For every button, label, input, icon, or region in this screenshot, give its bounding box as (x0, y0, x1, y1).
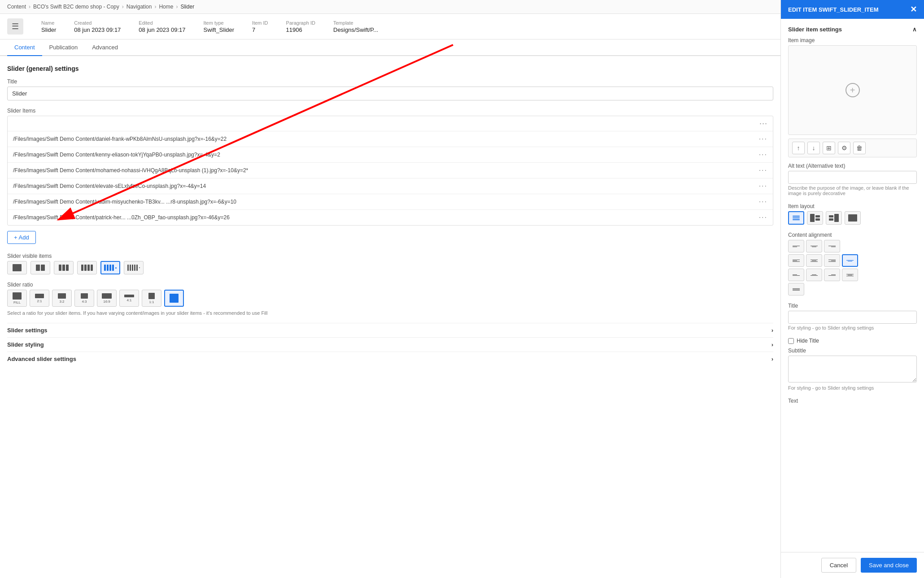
align-bottom-extra[interactable] (842, 269, 858, 281)
slider-items-group: Slider Items ··· /Files/Images/Swift Dem… (7, 108, 773, 244)
slider-item-path-3: /Files/Images/Swift Demo Content/mohamed… (13, 167, 248, 174)
image-upload-btn[interactable]: ↑ (792, 142, 805, 154)
rp-text-group: Text (788, 398, 917, 404)
meta-template-label: Template (333, 20, 378, 26)
meta-created-label: Created (74, 20, 121, 26)
title-input[interactable] (7, 87, 773, 100)
ratio-4-1[interactable]: 4:1 (119, 290, 139, 307)
meta-bar: ☰ Name Slider Created 08 jun 2023 09:17 … (0, 14, 780, 39)
slider-item-menu-3[interactable]: ··· (759, 166, 767, 174)
slider-items-header: ··· (8, 116, 773, 131)
alt-text-input[interactable] (788, 171, 917, 184)
slider-visible-label: Slider visible items (7, 253, 773, 259)
ratio-1-1[interactable]: 1:1 (142, 290, 161, 307)
visible-option-1[interactable] (7, 261, 27, 274)
ratio-4-3[interactable]: 4:3 (74, 290, 94, 307)
add-button[interactable]: + Add (7, 231, 36, 244)
ratio-2-1[interactable]: 2:1 (30, 290, 49, 307)
meta-item-id: Item ID 7 (252, 20, 268, 33)
breadcrumb-shop[interactable]: BCO's Swift B2C demo shop - Copy (33, 4, 119, 10)
save-close-button[interactable]: Save and close (861, 558, 917, 573)
hide-title-text: Hide Title (797, 338, 819, 344)
item-layout-label: Item layout (788, 203, 917, 209)
ratio-16-9[interactable]: 16:9 (97, 290, 117, 307)
align-extra[interactable] (788, 283, 804, 296)
tabs-bar: Content Publication Advanced (0, 39, 780, 56)
hide-title-label[interactable]: Hide Title (788, 338, 917, 344)
title-label: Title (7, 78, 773, 85)
meta-item-type: Item type Swift_Slider (203, 20, 234, 33)
layout-option-1[interactable] (788, 211, 804, 225)
table-row[interactable]: /Files/Images/Swift Demo Content/patrick… (8, 210, 773, 225)
visible-option-5dot[interactable] (124, 261, 144, 274)
slider-item-settings-section: Slider item settings ∧ Item image + ↑ ↓ … (788, 26, 917, 404)
table-row[interactable]: /Files/Images/Swift Demo Content/vadim-m… (8, 194, 773, 210)
layout-option-4[interactable] (845, 211, 861, 225)
breadcrumb-sep-2: › (122, 4, 124, 10)
slider-items-header-dots[interactable]: ··· (759, 119, 767, 128)
align-bottom-center[interactable] (806, 269, 822, 281)
rp-subtitle-hint: For styling - go to Slider styling setti… (788, 385, 917, 391)
tab-content[interactable]: Content (7, 39, 42, 56)
slider-item-menu-2[interactable]: ··· (759, 151, 767, 159)
layout-option-2[interactable] (807, 211, 823, 225)
visible-option-4dot[interactable] (100, 261, 120, 274)
image-browse-btn[interactable]: ⊞ (823, 142, 835, 154)
breadcrumb-content[interactable]: Content (7, 4, 26, 10)
breadcrumb-sep-3: › (154, 4, 156, 10)
ratio-fill-selected[interactable] (164, 290, 184, 307)
align-bottom-left[interactable] (788, 269, 804, 281)
advanced-slider-collapse[interactable]: Advanced slider settings › (7, 352, 773, 366)
breadcrumb-navigation[interactable]: Navigation (126, 4, 152, 10)
rp-title-input[interactable] (788, 311, 917, 324)
visible-option-3[interactable] (54, 261, 74, 274)
slider-ratio-group: Slider ratio FILL 2:1 3:2 (7, 282, 773, 316)
slider-item-menu-1[interactable]: ··· (759, 135, 767, 143)
table-row[interactable]: /Files/Images/Swift Demo Content/daniel-… (8, 131, 773, 147)
layout-option-3[interactable] (826, 211, 842, 225)
image-settings-btn[interactable]: ⚙ (838, 142, 850, 154)
table-row[interactable]: /Files/Images/Swift Demo Content/kenny-e… (8, 147, 773, 163)
align-top-right[interactable] (824, 240, 840, 252)
align-top-center[interactable] (806, 240, 822, 252)
slider-item-settings-title[interactable]: Slider item settings ∧ (788, 26, 917, 33)
rp-subtitle-input[interactable] (788, 356, 917, 382)
ratio-fill[interactable]: FILL (7, 290, 27, 307)
slider-item-path-2: /Files/Images/Swift Demo Content/kenny-e… (13, 152, 220, 158)
slider-styling-collapse[interactable]: Slider styling › (7, 337, 773, 352)
visible-option-4[interactable] (77, 261, 97, 274)
breadcrumb-home[interactable]: Home (159, 4, 173, 10)
image-download-btn[interactable]: ↓ (807, 142, 820, 154)
slider-item-menu-5[interactable]: ··· (759, 198, 767, 206)
ratio-3-2[interactable]: 3:2 (52, 290, 72, 307)
right-panel-content: Slider item settings ∧ Item image + ↑ ↓ … (781, 19, 924, 552)
slider-item-path-6: /Files/Images/Swift Demo Content/patrick… (13, 214, 230, 221)
table-row[interactable]: /Files/Images/Swift Demo Content/elevate… (8, 178, 773, 194)
tab-publication[interactable]: Publication (42, 39, 85, 56)
section-general-title: Slider (general) settings (7, 65, 773, 72)
align-middle-center[interactable] (806, 254, 822, 267)
slider-item-menu-6[interactable]: ··· (759, 213, 767, 222)
image-delete-btn[interactable]: 🗑 (853, 142, 866, 154)
close-icon[interactable]: ✕ (910, 5, 917, 13)
visible-option-2[interactable] (31, 261, 50, 274)
slider-item-menu-4[interactable]: ··· (759, 182, 767, 190)
cancel-button[interactable]: Cancel (821, 558, 856, 573)
hide-title-checkbox[interactable] (788, 338, 794, 344)
table-row[interactable]: /Files/Images/Swift Demo Content/mohamed… (8, 163, 773, 178)
align-middle-left[interactable] (788, 254, 804, 267)
align-middle-right[interactable] (824, 254, 840, 267)
slider-settings-label: Slider settings (7, 327, 48, 334)
tab-advanced[interactable]: Advanced (85, 39, 125, 56)
alt-text-group: Alt text (Alternative text) Describe the… (788, 163, 917, 196)
item-layout-group: Item layout (788, 203, 917, 225)
meta-name-value: Slider (41, 26, 56, 33)
image-upload-area[interactable]: + (788, 45, 917, 135)
align-middle-selected[interactable] (842, 254, 858, 267)
align-bottom-right[interactable] (824, 269, 840, 281)
breadcrumb-sep-1: › (29, 4, 31, 10)
align-top-left[interactable] (788, 240, 804, 252)
meta-item-type-label: Item type (203, 20, 234, 26)
rp-subtitle-label: Subtitle (788, 348, 917, 354)
slider-settings-collapse[interactable]: Slider settings › (7, 323, 773, 337)
